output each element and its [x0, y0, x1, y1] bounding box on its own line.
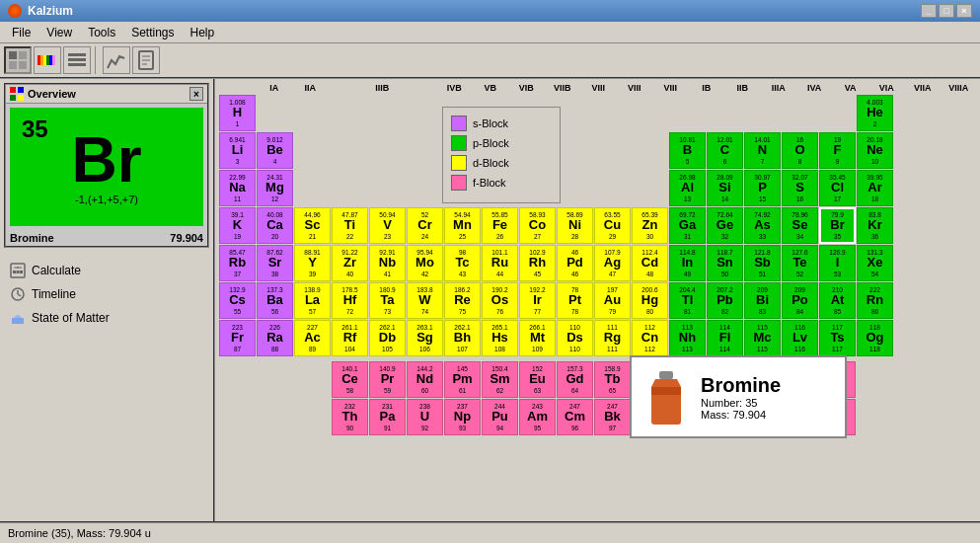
element-cell-cr[interactable]: 52Cr24 — [407, 207, 443, 244]
element-cell-mg[interactable]: 24.31Mg12 — [257, 170, 293, 206]
element-cell-am[interactable]: 243Am95 — [519, 399, 556, 435]
element-cell-ti[interactable]: 47.87Ti22 — [332, 207, 368, 244]
element-cell-bh[interactable]: 262.1Bh107 — [444, 320, 481, 356]
element-cell-ne[interactable]: 20.18Ne10 — [857, 132, 893, 169]
element-cell-rh[interactable]: 102.9Rh45 — [519, 245, 556, 281]
element-cell-lv[interactable]: 116Lv116 — [782, 320, 818, 356]
element-cell-pr[interactable]: 140.9Pr59 — [369, 361, 406, 398]
element-cell-la[interactable]: 138.9La57 — [294, 282, 331, 319]
element-cell-ra[interactable]: 226Ra88 — [257, 320, 293, 356]
element-cell-ag[interactable]: 107.9Ag47 — [594, 245, 631, 281]
element-cell-eu[interactable]: 152Eu63 — [519, 361, 556, 398]
element-cell-sn[interactable]: 118.7Sn50 — [707, 245, 743, 281]
element-cell-cu[interactable]: 63.55Cu29 — [594, 207, 631, 244]
sidebar-item-calculate[interactable]: Calculate — [4, 260, 209, 281]
element-cell-se[interactable]: 78.96Se34 — [782, 207, 818, 244]
element-cell-pb[interactable]: 207.2Pb82 — [707, 282, 743, 319]
element-cell-ce[interactable]: 140.1Ce58 — [332, 361, 368, 398]
element-cell-co[interactable]: 58.93Co27 — [519, 207, 556, 244]
element-cell-at[interactable]: 210At85 — [819, 282, 856, 319]
element-cell-pu[interactable]: 244Pu94 — [482, 399, 518, 435]
toolbar-spectral[interactable] — [34, 46, 61, 74]
element-cell-bk[interactable]: 247Bk97 — [594, 399, 631, 435]
element-cell-s[interactable]: 32.07S16 — [782, 170, 818, 206]
element-cell-hg[interactable]: 200.6Hg80 — [632, 282, 668, 319]
element-cell-rg[interactable]: 111Rg111 — [594, 320, 631, 356]
titlebar-controls[interactable]: _ □ × — [921, 4, 972, 18]
element-cell-pt[interactable]: 78Pt78 — [557, 282, 593, 319]
toolbar-graph[interactable] — [103, 46, 130, 74]
element-cell-li[interactable]: 6.941Li3 — [219, 132, 256, 169]
element-cell-kr[interactable]: 83.8Kr36 — [857, 207, 893, 244]
sidebar-item-timeline[interactable]: Timeline — [4, 283, 209, 305]
element-cell-sc[interactable]: 44.96Sc21 — [294, 207, 331, 244]
element-cell-c[interactable]: 12.01C6 — [707, 132, 743, 169]
element-cell-rn[interactable]: 222Rn86 — [857, 282, 893, 319]
element-cell-nd[interactable]: 144.2Nd60 — [407, 361, 443, 398]
menu-tools[interactable]: Tools — [80, 24, 123, 41]
element-cell-n[interactable]: 14.01N7 — [744, 132, 781, 169]
toolbar-glossary[interactable] — [132, 46, 160, 74]
element-cell-y[interactable]: 88.91Y39 — [294, 245, 331, 281]
element-cell-u[interactable]: 238U92 — [407, 399, 443, 435]
element-cell-na[interactable]: 22.99Na11 — [219, 170, 256, 206]
element-cell-sr[interactable]: 87.62Sr38 — [257, 245, 293, 281]
element-cell-ba[interactable]: 137.3Ba56 — [257, 282, 293, 319]
element-cell-in[interactable]: 114.8In49 — [669, 245, 706, 281]
element-cell-hs[interactable]: 265.1Hs108 — [482, 320, 518, 356]
element-cell-al[interactable]: 26.98Al13 — [669, 170, 706, 206]
element-cell-au[interactable]: 197Au79 — [594, 282, 631, 319]
element-cell-ni[interactable]: 58.69Ni28 — [557, 207, 593, 244]
element-cell-ca[interactable]: 40.08Ca20 — [257, 207, 293, 244]
element-cell-ac[interactable]: 227Ac89 — [294, 320, 331, 356]
toolbar-periodic-table[interactable] — [4, 46, 32, 74]
element-cell-w[interactable]: 183.8W74 — [407, 282, 443, 319]
menu-file[interactable]: File — [4, 24, 38, 41]
element-cell-as[interactable]: 74.92As33 — [744, 207, 781, 244]
element-cell-xe[interactable]: 131.3Xe54 — [857, 245, 893, 281]
element-cell-cd[interactable]: 112.4Cd48 — [632, 245, 668, 281]
element-cell-db[interactable]: 262.1Db105 — [369, 320, 406, 356]
element-cell-zr[interactable]: 91.22Zr40 — [332, 245, 368, 281]
element-cell-b[interactable]: 10.81B5 — [669, 132, 706, 169]
element-cell-p[interactable]: 30.97P15 — [744, 170, 781, 206]
element-cell-th[interactable]: 232Th90 — [332, 399, 368, 435]
element-cell-ru[interactable]: 101.1Ru44 — [482, 245, 518, 281]
element-cell-np[interactable]: 237Np93 — [444, 399, 481, 435]
element-cell-po[interactable]: 209Po84 — [782, 282, 818, 319]
element-cell-ir[interactable]: 192.2Ir77 — [519, 282, 556, 319]
menu-view[interactable]: View — [38, 24, 80, 41]
element-cell-zn[interactable]: 65.39Zn30 — [632, 207, 668, 244]
element-cell-fe[interactable]: 55.85Fe26 — [482, 207, 518, 244]
element-cell-v[interactable]: 50.94V23 — [369, 207, 406, 244]
element-cell-tl[interactable]: 204.4Tl81 — [669, 282, 706, 319]
menu-help[interactable]: Help — [183, 24, 223, 41]
element-cell-fl[interactable]: 114Fl114 — [707, 320, 743, 356]
element-cell-tb[interactable]: 158.9Tb65 — [594, 361, 631, 398]
element-cell-mo[interactable]: 95.94Mo42 — [407, 245, 443, 281]
element-cell-ga[interactable]: 69.72Ga31 — [669, 207, 706, 244]
element-cell-br[interactable]: 79.9Br35 — [819, 207, 856, 244]
element-cell-h[interactable]: 1.008H1 — [219, 95, 256, 131]
element-cell-ds[interactable]: 110Ds110 — [557, 320, 593, 356]
element-cell-bi[interactable]: 209Bi83 — [744, 282, 781, 319]
element-cell-k[interactable]: 39.1K19 — [219, 207, 256, 244]
element-cell-ts[interactable]: 117Ts117 — [819, 320, 856, 356]
element-cell-rb[interactable]: 85.47Rb37 — [219, 245, 256, 281]
element-cell-cn[interactable]: 112Cn112 — [632, 320, 668, 356]
element-cell-f[interactable]: 19F9 — [819, 132, 856, 169]
toolbar-list[interactable] — [63, 46, 91, 74]
element-cell-fr[interactable]: 223Fr87 — [219, 320, 256, 356]
element-cell-pm[interactable]: 145Pm61 — [444, 361, 481, 398]
element-cell-sm[interactable]: 150.4Sm62 — [482, 361, 518, 398]
element-cell-rf[interactable]: 261.1Rf104 — [332, 320, 368, 356]
element-cell-he[interactable]: 4.003He2 — [857, 95, 893, 131]
element-cell-og[interactable]: 118Og118 — [857, 320, 893, 356]
overview-close-button[interactable]: × — [189, 87, 203, 101]
maximize-button[interactable]: □ — [939, 4, 954, 18]
element-cell-te[interactable]: 127.6Te52 — [782, 245, 818, 281]
element-cell-sb[interactable]: 121.8Sb51 — [744, 245, 781, 281]
element-cell-mn[interactable]: 54.94Mn25 — [444, 207, 481, 244]
element-cell-mt[interactable]: 266.1Mt109 — [519, 320, 556, 356]
close-button[interactable]: × — [956, 4, 972, 18]
